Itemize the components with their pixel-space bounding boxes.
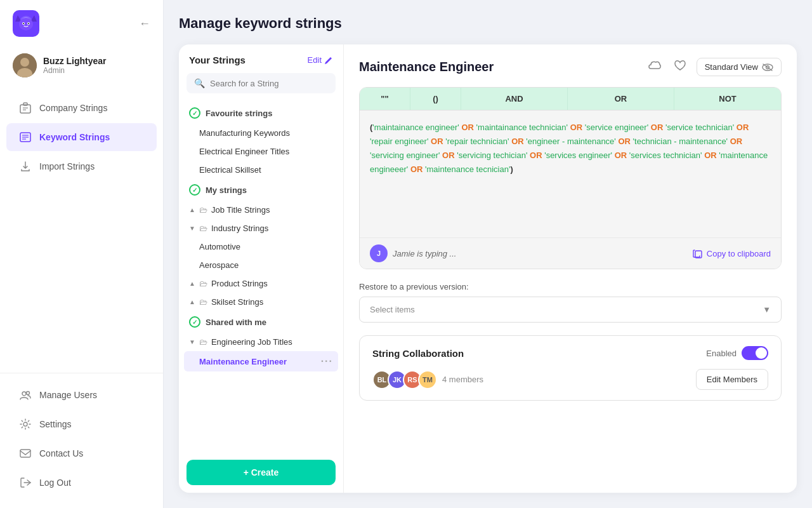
query-btn-or[interactable]: OR — [568, 88, 674, 110]
back-button[interactable]: ← — [139, 17, 150, 30]
chevron-up-icon: ▲ — [189, 206, 195, 213]
list-item[interactable]: Manufacturing Keywords — [179, 124, 343, 142]
list-item[interactable]: Automotive — [179, 237, 343, 256]
main-card: Your Strings Edit 🔍 ✓ Favourite strings — [179, 44, 797, 493]
query-btn-quotes[interactable]: "" — [360, 88, 410, 110]
import-strings-icon — [19, 160, 32, 173]
chevron-down-icon: ▼ — [189, 225, 195, 232]
log-out-icon — [19, 476, 32, 489]
chevron-down-icon: ▼ — [189, 338, 195, 345]
contact-us-icon — [19, 447, 32, 460]
favourite-section-label: Favourite strings — [206, 109, 272, 118]
folder-label: Engineering Job Titles — [211, 337, 292, 347]
svg-point-23 — [23, 422, 27, 426]
query-content[interactable]: ('maintainance engineer' OR 'maintainanc… — [360, 110, 781, 237]
sidebar-item-manage-users[interactable]: Manage Users — [6, 381, 157, 409]
search-input[interactable] — [210, 79, 328, 88]
restore-label: Restore to a previous version: — [359, 282, 782, 291]
app-logo-icon — [13, 10, 39, 37]
left-panel: Your Strings Edit 🔍 ✓ Favourite strings — [179, 44, 344, 493]
more-options-icon[interactable]: ··· — [321, 356, 333, 367]
user-avatar — [13, 53, 37, 77]
user-role: Admin — [43, 66, 107, 75]
select-placeholder: Select items — [370, 305, 415, 314]
company-strings-icon — [19, 102, 32, 114]
sidebar-label-settings: Settings — [39, 419, 72, 429]
svg-point-8 — [23, 23, 24, 24]
folder-icon: 🗁 — [199, 224, 207, 233]
heart-button[interactable] — [671, 57, 689, 77]
string-title: Maintenance Engineer — [359, 60, 494, 74]
your-strings-title: Your Strings — [189, 55, 246, 65]
list-item[interactable]: Electrical Skillset — [179, 161, 343, 179]
folder-icon: 🗁 — [199, 279, 207, 288]
standard-view-button[interactable]: Standard View — [697, 58, 782, 76]
sidebar-navigation: Company Strings Keyword Strings Import — [0, 88, 163, 373]
sidebar-item-log-out[interactable]: Log Out — [6, 469, 157, 497]
query-btn-parens[interactable]: () — [410, 88, 461, 110]
cloud-icon — [647, 60, 661, 71]
folder-skillset-strings[interactable]: ▲ 🗁 Skilset Strings — [179, 293, 343, 311]
folder-industry-strings[interactable]: ▼ 🗁 Industry Strings — [179, 219, 343, 237]
sidebar-item-import-strings[interactable]: Import Strings — [6, 152, 157, 180]
folder-engineering-job-titles[interactable]: ▼ 🗁 Engineering Job Titles — [179, 333, 343, 351]
collab-title: String Collaboration — [372, 348, 464, 359]
svg-point-21 — [22, 392, 26, 396]
typing-indicator: J Jamie is typing ... — [370, 244, 456, 262]
my-strings-check-icon: ✓ — [189, 184, 200, 196]
query-builder: "" () AND OR NOT ('mainta — [359, 87, 782, 269]
header-actions: Standard View — [645, 57, 782, 77]
folder-label: Skilset Strings — [211, 297, 263, 307]
item-label: Automotive — [199, 242, 240, 251]
collaboration-toggle[interactable] — [742, 346, 768, 360]
list-item-maintenance-engineer[interactable]: Maintenance Engineer ··· — [184, 351, 338, 371]
chevron-up-icon: ▲ — [189, 298, 195, 305]
folder-label: Product Strings — [211, 279, 268, 288]
sidebar-bottom-nav: Manage Users Settings Contact Us — [0, 373, 163, 508]
settings-icon — [19, 418, 32, 431]
edit-pencil-icon — [324, 56, 333, 65]
query-btn-and[interactable]: AND — [461, 88, 568, 110]
svg-point-11 — [20, 58, 29, 67]
collab-header: String Collaboration Enabled — [372, 346, 768, 360]
cloud-button[interactable] — [645, 57, 664, 77]
edit-button[interactable]: Edit — [308, 55, 333, 65]
folder-icon: 🗁 — [199, 205, 207, 215]
svg-rect-24 — [20, 450, 30, 457]
standard-view-label: Standard View — [705, 62, 758, 72]
keyword-strings-icon — [19, 131, 32, 144]
list-item[interactable]: Electrical Engineer Titles — [179, 142, 343, 161]
enabled-label: Enabled — [706, 349, 737, 358]
sidebar-item-settings[interactable]: Settings — [6, 410, 157, 438]
my-strings-section[interactable]: ✓ My strings — [179, 179, 343, 201]
search-icon: 🔍 — [194, 78, 205, 88]
item-label: Electrical Skillset — [199, 165, 261, 175]
page-title: Manage keyword strings — [179, 15, 797, 32]
folder-product-strings[interactable]: ▲ 🗁 Product Strings — [179, 274, 343, 293]
collab-toggle-area: Enabled — [706, 346, 768, 360]
heart-icon — [674, 60, 686, 71]
query-toolbar: "" () AND OR NOT — [360, 88, 781, 110]
svg-rect-14 — [23, 103, 27, 105]
folder-job-title-strings[interactable]: ▲ 🗁 Job Title Strings — [179, 201, 343, 219]
member-list: BL JK RS TM 4 members — [372, 370, 483, 389]
folder-label: Industry Strings — [211, 224, 268, 233]
list-item[interactable]: Aerospace — [179, 256, 343, 274]
hide-icon — [762, 63, 773, 72]
favourite-strings-section[interactable]: ✓ Favourite strings — [179, 102, 343, 124]
query-btn-not[interactable]: NOT — [674, 88, 781, 110]
edit-label: Edit — [308, 55, 322, 65]
sidebar-item-keyword-strings[interactable]: Keyword Strings — [6, 123, 157, 151]
create-button[interactable]: + Create — [187, 460, 336, 485]
shared-check-icon: ✓ — [189, 316, 200, 328]
favourite-check-icon: ✓ — [189, 107, 200, 119]
edit-members-button[interactable]: Edit Members — [696, 369, 768, 390]
right-panel: Maintenance Engineer Standard View — [344, 44, 797, 493]
restore-select-dropdown[interactable]: Select items ▼ — [359, 297, 782, 323]
svg-point-5 — [19, 18, 33, 30]
copy-icon — [693, 248, 703, 258]
copy-to-clipboard-button[interactable]: Copy to clipboard — [693, 248, 771, 258]
sidebar-item-company-strings[interactable]: Company Strings — [6, 94, 157, 122]
shared-with-me-section[interactable]: ✓ Shared with me — [179, 311, 343, 333]
sidebar-item-contact-us[interactable]: Contact Us — [6, 439, 157, 467]
